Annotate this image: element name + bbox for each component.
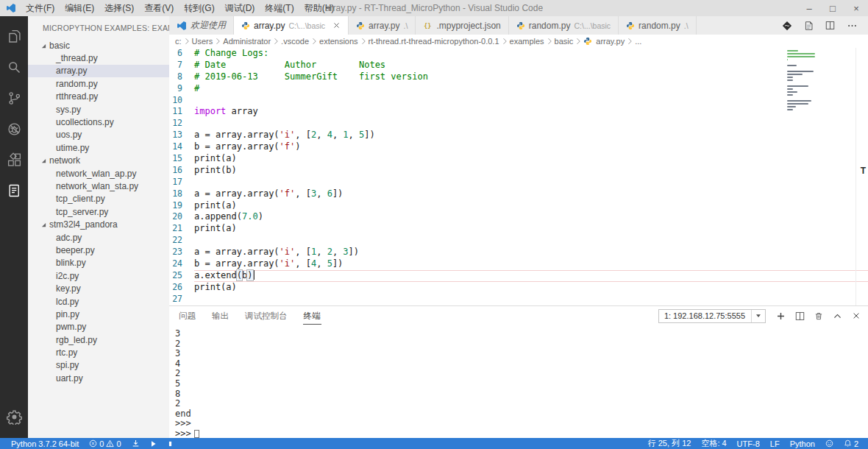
tab-array-py-local[interactable]: array.py.\: [349, 16, 416, 35]
tree-item-uart.py[interactable]: uart.py: [28, 372, 169, 384]
panel-tab-terminal[interactable]: 终端: [303, 307, 321, 325]
activity-search[interactable]: [0, 52, 28, 82]
code-line-20[interactable]: 20a.append(7.0): [169, 211, 868, 223]
code-line-13[interactable]: 13a = array.array('i', [2, 4, 1, 5]): [169, 130, 868, 141]
editor[interactable]: 6# Change Logs:7# Date Author Notes8# 20…: [169, 48, 868, 305]
new-terminal-button[interactable]: [776, 311, 786, 321]
tree-item-tcp_client.py[interactable]: tcp_client.py: [28, 193, 169, 205]
code-line-24[interactable]: 24b = array.array('i', [4, 5]): [169, 258, 868, 270]
status-eol[interactable]: LF: [765, 438, 785, 449]
tree-item-pin.py[interactable]: pin.py: [28, 308, 169, 320]
menu-terminal[interactable]: 终端(T): [260, 2, 299, 15]
terminal[interactable]: 32342582end>>>>>>: [169, 325, 868, 438]
menu-file[interactable]: 文件(F): [21, 2, 60, 15]
activity-settings[interactable]: [0, 401, 28, 432]
tree-item-adc.py[interactable]: adc.py: [28, 231, 169, 244]
code-line-14[interactable]: 14b = array.array('f'): [169, 141, 868, 153]
activity-micropython-examples[interactable]: [0, 175, 28, 206]
panel-tab-problems[interactable]: 问题: [178, 307, 196, 325]
close-icon[interactable]: [332, 21, 341, 29]
status-problems[interactable]: 00: [84, 438, 126, 449]
code-area[interactable]: 6# Change Logs:7# Date Author Notes8# 20…: [169, 48, 868, 305]
code-line-27[interactable]: 27: [169, 294, 868, 305]
breadcrumb-item-array.py[interactable]: array.py: [596, 37, 625, 46]
tree-item-random.py[interactable]: random.py: [28, 77, 169, 90]
breadcrumb-item-rt-thread.rt-thread-micropython-0.0.1[interactable]: rt-thread.rt-thread-micropython-0.0.1: [369, 37, 499, 46]
tab-mpyproject-json[interactable]: {}.mpyproject.json: [416, 16, 508, 35]
status-python-interpreter[interactable]: Python 3.7.2 64-bit: [6, 438, 84, 449]
terminal-selector[interactable]: 1: 192.168.12.75:5555: [658, 309, 766, 323]
split-terminal-button[interactable]: [795, 311, 805, 321]
tab-random-py-basic[interactable]: random.pyC:\...\basic: [509, 16, 619, 35]
status-language-mode[interactable]: Python: [785, 438, 820, 449]
code-line-22[interactable]: 22: [169, 235, 868, 247]
breadcrumb-item-c[interactable]: c:: [175, 37, 182, 46]
breadcrumb-item-Administrator[interactable]: Administrator: [223, 37, 271, 46]
code-line-25[interactable]: 25a.extend(b): [169, 270, 868, 282]
tree-item-ucollections.py[interactable]: ucollections.py: [28, 116, 169, 128]
breadcrumb-item-extensions[interactable]: extensions: [319, 37, 358, 46]
code-line-10[interactable]: 10: [169, 95, 868, 107]
tree-item-network[interactable]: network: [28, 155, 169, 167]
tab-random-py-local[interactable]: random.py.\: [619, 16, 697, 35]
tree-item-utime.py[interactable]: utime.py: [28, 141, 169, 154]
code-line-12[interactable]: 12: [169, 118, 868, 130]
code-line-6[interactable]: 6# Change Logs:: [169, 48, 868, 60]
status-notifications[interactable]: 2: [839, 438, 864, 449]
menu-debug[interactable]: 调试(D): [220, 2, 260, 15]
tree-item-array.py[interactable]: array.py: [28, 65, 169, 77]
breadcrumb-item-.vscode[interactable]: .vscode: [281, 37, 309, 46]
tree-item-i2c.py[interactable]: i2c.py: [28, 269, 169, 282]
code-line-8[interactable]: 8# 2019-06-13 SummerGift first version: [169, 71, 868, 83]
code-line-17[interactable]: 17: [169, 177, 868, 188]
panel-tab-debug-console[interactable]: 调试控制台: [244, 307, 288, 325]
maximize-panel-button[interactable]: [833, 311, 842, 321]
tree-item-pwm.py[interactable]: pwm.py: [28, 321, 169, 333]
minimap[interactable]: [787, 49, 818, 115]
status-feedback[interactable]: [820, 438, 839, 449]
minimize-button[interactable]: –: [797, 0, 821, 16]
status-stop-code[interactable]: [162, 438, 179, 449]
tree-item-uos.py[interactable]: uos.py: [28, 129, 169, 141]
tree-item-blink.py[interactable]: blink.py: [28, 257, 169, 269]
status-encoding[interactable]: UTF-8: [732, 438, 765, 449]
breadcrumb-item-Users[interactable]: Users: [192, 37, 213, 46]
status-cursor-position[interactable]: 行 25, 列 12: [643, 438, 697, 449]
code-line-11[interactable]: 11import array: [169, 106, 868, 118]
code-line-26[interactable]: 26print(a): [169, 282, 868, 294]
breadcrumb-item-examples[interactable]: examples: [510, 37, 544, 46]
tree-item-rgb_led.py[interactable]: rgb_led.py: [28, 333, 169, 346]
tree-item-stm32l4_pandora[interactable]: stm32l4_pandora: [28, 218, 169, 230]
scrollbar-track[interactable]: [855, 48, 856, 305]
tree-item-lcd.py[interactable]: lcd.py: [28, 295, 169, 308]
code-line-21[interactable]: 21print(a): [169, 223, 868, 235]
rt-thread-run-button[interactable]: [782, 21, 792, 31]
code-line-23[interactable]: 23a = array.array('i', [1, 2, 3]): [169, 247, 868, 258]
panel-tab-output[interactable]: 输出: [211, 307, 230, 325]
code-line-15[interactable]: 15print(a): [169, 153, 868, 165]
close-button[interactable]: ×: [844, 0, 868, 16]
tree-item-tcp_server.py[interactable]: tcp_server.py: [28, 205, 169, 218]
menu-go[interactable]: 转到(G): [179, 2, 219, 15]
tree-item-sys.py[interactable]: sys.py: [28, 103, 169, 116]
activity-extensions[interactable]: [0, 144, 28, 175]
breadcrumb-item-basic[interactable]: basic: [555, 37, 574, 46]
tree-item-basic[interactable]: basic: [28, 39, 169, 52]
status-download-code[interactable]: [127, 438, 145, 449]
code-line-19[interactable]: 19print(a): [169, 200, 868, 212]
code-line-16[interactable]: 16print(b): [169, 165, 868, 177]
status-run-code[interactable]: [145, 438, 162, 449]
split-editor-button[interactable]: [825, 21, 835, 30]
menu-edit[interactable]: 编辑(E): [60, 2, 99, 15]
activity-explorer[interactable]: [0, 21, 28, 52]
code-line-9[interactable]: 9#: [169, 83, 868, 95]
tree-item-rtthread.py[interactable]: rtthread.py: [28, 91, 169, 103]
open-preview-button[interactable]: [804, 21, 814, 31]
code-line-7[interactable]: 7# Date Author Notes: [169, 60, 868, 71]
maximize-button[interactable]: □: [821, 0, 844, 16]
menu-view[interactable]: 查看(V): [139, 2, 179, 15]
breadcrumb-item-...[interactable]: ...: [635, 37, 641, 46]
close-panel-button[interactable]: [852, 311, 861, 320]
tree-item-network_wlan_sta.py[interactable]: network_wlan_sta.py: [28, 180, 169, 192]
tree-item-_thread.py[interactable]: _thread.py: [28, 52, 169, 64]
